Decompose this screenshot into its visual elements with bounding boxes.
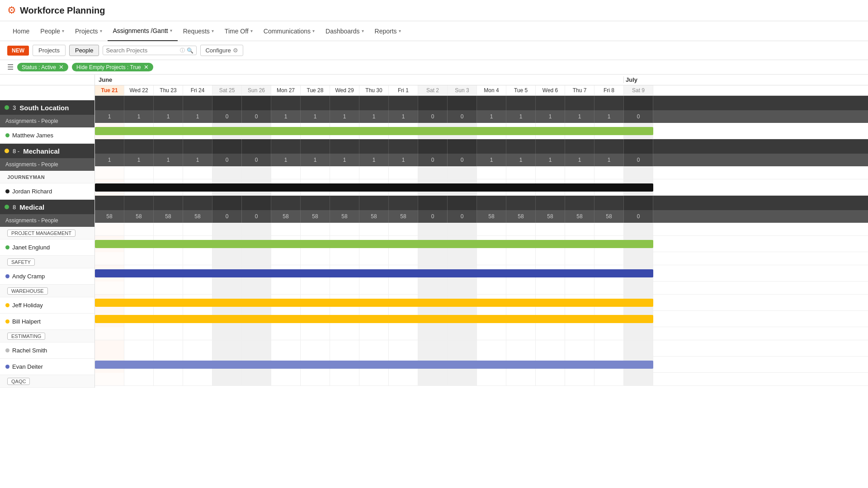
cell-13	[477, 327, 506, 340]
nav-item-communications[interactable]: Communications▾	[258, 21, 320, 41]
dropdown-arrow-icon: ▾	[399, 28, 401, 33]
search-input[interactable]	[106, 47, 178, 54]
cell-0	[95, 223, 124, 235]
cell-8	[330, 373, 359, 385]
person-dot-icon	[5, 274, 9, 278]
proj-header-cell-3	[183, 139, 212, 154]
assignment-count-4: 0	[212, 110, 242, 123]
role-tag-QAQC[interactable]: QAQC	[7, 378, 30, 385]
cell-16	[565, 282, 594, 294]
cell-4	[212, 223, 242, 235]
search-icon[interactable]: 🔍	[187, 47, 193, 54]
cell-7	[301, 327, 330, 340]
cell-11	[418, 282, 448, 294]
role-tag-SAFETY[interactable]: SAFETY	[7, 258, 35, 266]
assignment-count-14: 58	[506, 210, 536, 223]
cell-9	[359, 373, 389, 385]
nav-item-requests[interactable]: Requests▾	[178, 21, 219, 41]
assignment-count-9: 1	[359, 110, 389, 123]
cell-14	[506, 166, 536, 179]
person-cell-6	[271, 340, 301, 357]
cell-6	[271, 223, 301, 235]
assignment-count-0: 1	[95, 110, 124, 123]
assignment-count-12: 0	[448, 210, 477, 223]
proj-header-cell-2	[154, 96, 183, 110]
app-title: Workforce Planning	[20, 5, 105, 16]
cell-7	[301, 223, 330, 235]
role-tag-WAREHOUSE[interactable]: WAREHOUSE	[7, 287, 48, 295]
cell-10	[389, 282, 418, 294]
cell-15	[536, 327, 565, 340]
proj-header-cell-4	[212, 196, 242, 210]
proj-header-cell-8	[330, 139, 359, 154]
assignment-count-6: 1	[271, 110, 301, 123]
toolbar: NEW Projects People ⓘ 🔍 Configure ⚙	[0, 41, 868, 60]
info-icon: ⓘ	[180, 47, 185, 54]
gantt-bar-Jordan-Richard	[95, 183, 653, 192]
nav-item-dashboards[interactable]: Dashboards▾	[320, 21, 369, 41]
cell-8	[330, 252, 359, 265]
nav-item-people[interactable]: People▾	[35, 21, 70, 41]
cell-2	[154, 373, 183, 385]
filter-remove-icon[interactable]: ✕	[59, 64, 64, 70]
person-cell-0	[95, 340, 124, 357]
person-dot-icon	[5, 303, 9, 307]
assignment-count-15: 1	[536, 110, 565, 123]
proj-header-cell-15	[536, 196, 565, 210]
cell-14	[506, 327, 536, 340]
configure-button[interactable]: Configure ⚙	[200, 45, 243, 56]
person-name: Rachel Smith	[12, 347, 47, 354]
proj-header-cell-14	[506, 196, 536, 210]
filter-icon[interactable]: ☰	[7, 63, 14, 71]
person-dot-icon	[5, 348, 9, 352]
proj-header-cell-18	[624, 139, 653, 154]
day-col-1: Wed 22	[124, 85, 154, 95]
person-row-left-Jordan-Richard: Jordan Richard	[0, 183, 94, 200]
assignment-count-17: 1	[594, 110, 624, 123]
new-button[interactable]: NEW	[7, 46, 29, 56]
cell-4	[212, 166, 242, 179]
nav-item-assignments--gantt[interactable]: Assignments /Gantt▾	[108, 21, 178, 41]
role-cells-WAREHOUSE	[95, 282, 868, 295]
configure-label: Configure	[205, 47, 231, 54]
cell-1	[124, 252, 154, 265]
proj-header-cell-17	[594, 196, 624, 210]
role-tag-ESTIMATING[interactable]: ESTIMATING	[7, 333, 45, 340]
person-dot-icon	[5, 245, 9, 249]
project-number: 8	[13, 204, 16, 211]
assignment-count-18: 0	[624, 210, 653, 223]
cell-1	[124, 223, 154, 235]
assignment-count-6: 58	[271, 210, 301, 223]
cell-8	[330, 327, 359, 340]
proj-header-cell-11	[418, 196, 448, 210]
cell-2	[154, 166, 183, 179]
assignment-count-5: 0	[242, 154, 271, 166]
day-col-4: Sat 25	[212, 85, 242, 95]
proj-header-cell-17	[594, 96, 624, 110]
cell-2	[154, 252, 183, 265]
month-header-row: JuneJuly	[95, 75, 868, 85]
app-logo-icon: ⚙	[7, 5, 16, 16]
proj-header-cell-2	[154, 196, 183, 210]
nav-item-time-off[interactable]: Time Off▾	[219, 21, 258, 41]
proj-header-cell-12	[448, 196, 477, 210]
tab-projects[interactable]: Projects	[33, 45, 66, 56]
assignment-count-3: 58	[183, 210, 212, 223]
filter-remove-icon[interactable]: ✕	[144, 64, 149, 70]
cell-0	[95, 252, 124, 265]
assignment-count-18: 0	[624, 110, 653, 123]
proj-header-cell-13	[477, 139, 506, 154]
nav-item-projects[interactable]: Projects▾	[70, 21, 108, 41]
person-name: Janet Englund	[12, 244, 50, 251]
nav-item-home[interactable]: Home	[7, 21, 35, 41]
cell-12	[448, 166, 477, 179]
assignment-count-7: 58	[301, 210, 330, 223]
proj-header-cell-16	[565, 96, 594, 110]
nav-item-reports[interactable]: Reports▾	[369, 21, 406, 41]
cell-15	[536, 166, 565, 179]
proj-header-cell-5	[242, 196, 271, 210]
tab-people[interactable]: People	[69, 45, 99, 56]
person-cell-13	[477, 340, 506, 357]
role-tag-PROJECT MANAGEMENT[interactable]: PROJECT MANAGEMENT	[7, 230, 75, 237]
proj-header-cell-0	[95, 196, 124, 210]
